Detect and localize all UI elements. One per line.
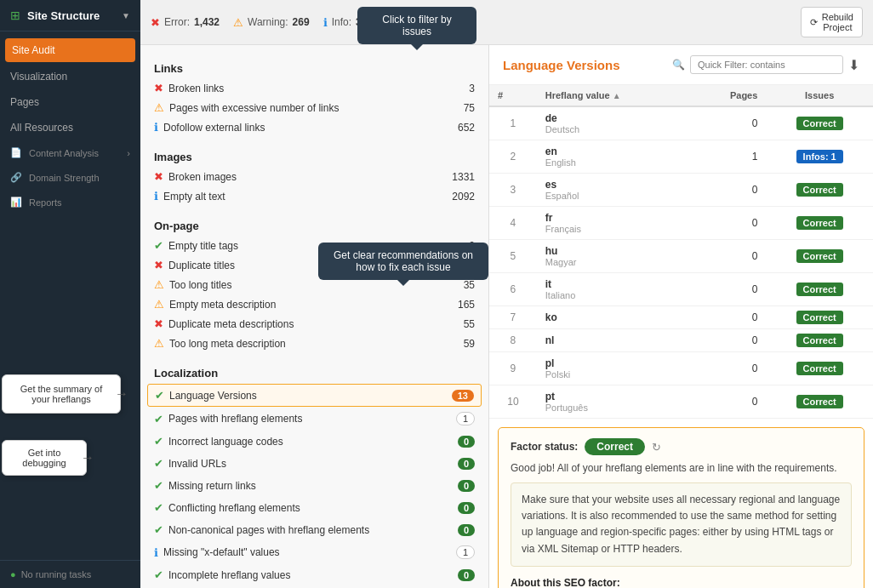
too-long-meta-item[interactable]: ⚠ Too long meta description 59 [154, 334, 475, 353]
factor-status-label: Factor status: [511, 441, 578, 453]
dofollow-links-item[interactable]: ℹ Dofollow external links 652 [154, 117, 475, 137]
images-section: Images ✖ Broken images 1331 ℹ Empty alt … [140, 140, 488, 209]
duplicate-meta-item[interactable]: ✖ Duplicate meta descriptions 55 [154, 314, 475, 334]
table-row[interactable]: 1 de Deutsch 0 Correct [489, 106, 873, 140]
sort-icon: ▲ [613, 91, 621, 100]
onpage-section-title: On-page [154, 213, 475, 236]
lang-name: Español [545, 191, 683, 201]
item-count: 652 [449, 122, 475, 134]
sidebar-item-visualization[interactable]: Visualization [0, 64, 140, 89]
item-count: 1331 [449, 171, 475, 183]
factor-status-header: Factor status: Correct ↻ [511, 438, 852, 455]
ok-icon: ✔ [154, 501, 163, 514]
hreflang-table: # Hreflang value ▲ Pages Issues 1 [489, 85, 873, 419]
table-row[interactable]: 3 es Español 0 Correct [489, 174, 873, 207]
sidebar-item-label: Site Audit [12, 44, 55, 56]
error-icon: ✖ [154, 82, 163, 94]
language-versions-item[interactable]: ✔ Language Versions 13 [147, 384, 482, 407]
sidebar-section-label: Content Analysis [29, 148, 99, 158]
duplicate-titles-item[interactable]: ✖ Duplicate titles 34 [154, 255, 475, 275]
excessive-links-item[interactable]: ⚠ Pages with excessive number of links 7… [154, 98, 475, 117]
missing-return-links-item[interactable]: ✔ Missing return links 0 [147, 475, 482, 496]
table-row[interactable]: 4 fr Français 0 Correct [489, 207, 873, 240]
topbar-right: ⟳ Rebuild Project [801, 7, 863, 37]
item-count: 1 [456, 545, 475, 559]
item-label: Pages with hreflang elements [168, 413, 451, 425]
item-count: 59 [449, 338, 475, 350]
info-label: Info: [332, 16, 351, 28]
topbar: ✖ Error: 1,432 ⚠ Warning: 269 ℹ Info: 3,… [140, 0, 873, 45]
warning-icon: ⚠ [233, 16, 243, 29]
item-count: 1 [456, 412, 475, 425]
sidebar-item-reports[interactable]: 📊 Reports [0, 190, 140, 214]
sidebar-item-pages[interactable]: Pages [0, 89, 140, 115]
table-row[interactable]: 7 ko 0 Correct [489, 306, 873, 329]
error-icon: ✖ [154, 170, 163, 183]
right-panel-header: Language Versions 🔍 ⬇ [489, 45, 873, 85]
sidebar-item-all-resources[interactable]: All Resources [0, 115, 140, 140]
info-stat[interactable]: ℹ Info: 3,340 [323, 16, 381, 29]
row-num: 1 [489, 106, 537, 140]
item-count: 0 [458, 458, 475, 470]
file-icon: 📄 [10, 147, 22, 158]
row-pages: 1 [692, 140, 767, 174]
incomplete-hreflang-item[interactable]: ✔ Incomplete hreflang values 0 [147, 564, 482, 585]
row-pages: 0 [692, 385, 767, 419]
empty-alt-text-item[interactable]: ℹ Empty alt text 2092 [154, 186, 475, 206]
content-split: Links ✖ Broken links 3 ⚠ Pages with exce… [140, 45, 873, 588]
ok-icon: ✔ [154, 413, 163, 425]
table-row[interactable]: 5 hu Magyar 0 Correct [489, 240, 873, 273]
sidebar-item-domain-strength[interactable]: 🔗 Domain Strength [0, 165, 140, 190]
incorrect-lang-codes-item[interactable]: ✔ Incorrect language codes 0 [147, 431, 482, 452]
factor-about: About this SEO factor: If you have a mul… [511, 575, 852, 588]
refresh-icon[interactable]: ↻ [652, 441, 661, 454]
lang-name: Italiano [545, 290, 683, 300]
conflicting-hreflang-item[interactable]: ✔ Conflicting hreflang elements 0 [147, 497, 482, 518]
quick-filter-input[interactable] [690, 55, 843, 74]
error-stat[interactable]: ✖ Error: 1,432 [151, 16, 220, 29]
too-long-titles-item[interactable]: ⚠ Too long titles 35 [154, 275, 475, 294]
table-row[interactable]: 8 nl 0 Correct [489, 329, 873, 352]
row-issues: Correct [766, 207, 873, 240]
item-label: Empty meta description [169, 299, 444, 311]
sidebar-item-site-audit[interactable]: Site Audit [5, 38, 135, 62]
broken-links-item[interactable]: ✖ Broken links 3 [154, 78, 475, 98]
item-label: Incomplete hreflang values [168, 569, 453, 581]
download-icon[interactable]: ⬇ [848, 57, 859, 73]
ok-icon: ✔ [154, 523, 163, 536]
hreflang-table-container: # Hreflang value ▲ Pages Issues 1 [489, 85, 873, 419]
broken-images-item[interactable]: ✖ Broken images 1331 [154, 167, 475, 186]
issues-badge: Correct [796, 117, 843, 130]
col-hreflang[interactable]: Hreflang value ▲ [537, 85, 692, 106]
sidebar-item-content-analysis[interactable]: 📄 Content Analysis › [0, 140, 140, 165]
error-icon: ✖ [154, 259, 163, 271]
sidebar-footer-label: No running tasks [21, 569, 92, 579]
lang-name: Magyar [545, 257, 683, 267]
non-canonical-hreflang-item[interactable]: ✔ Non-canonical pages with hreflang elem… [147, 519, 482, 540]
row-issues: Correct [766, 106, 873, 140]
empty-meta-item[interactable]: ⚠ Empty meta description 165 [154, 294, 475, 314]
table-row[interactable]: 10 pt Português 0 Correct [489, 385, 873, 419]
images-section-title: Images [154, 144, 475, 167]
pages-hreflang-item[interactable]: ✔ Pages with hreflang elements 1 [147, 408, 482, 430]
lang-name: Português [545, 402, 683, 413]
rebuild-project-button[interactable]: ⟳ Rebuild Project [801, 7, 863, 37]
table-row[interactable]: 6 it Italiano 0 Correct [489, 273, 873, 306]
error-label: Error: [164, 16, 190, 28]
row-issues: Correct [766, 329, 873, 352]
sidebar-section-label: Domain Strength [29, 173, 100, 183]
row-issues: Infos: 1 [766, 140, 873, 174]
table-row[interactable]: 2 en English 1 Infos: 1 [489, 140, 873, 174]
ok-icon: ✔ [155, 389, 164, 402]
factor-status-message: Good job! All of your hreflang elements … [511, 462, 852, 474]
empty-titles-item[interactable]: ✔ Empty title tags 0 [154, 236, 475, 255]
warning-stat[interactable]: ⚠ Warning: 269 [233, 16, 310, 29]
invalid-urls-item[interactable]: ✔ Invalid URLs 0 [147, 453, 482, 474]
lang-code: es [545, 179, 683, 191]
missing-xdefault-item[interactable]: ℹ Missing "x-default" values 1 [147, 541, 482, 563]
warning-icon: ⚠ [154, 298, 164, 311]
about-title: About this SEO factor: [511, 577, 620, 588]
issues-badge: Correct [796, 283, 843, 296]
table-row[interactable]: 9 pl Polski 0 Correct [489, 352, 873, 385]
main-content: ✖ Error: 1,432 ⚠ Warning: 269 ℹ Info: 3,… [140, 0, 873, 588]
